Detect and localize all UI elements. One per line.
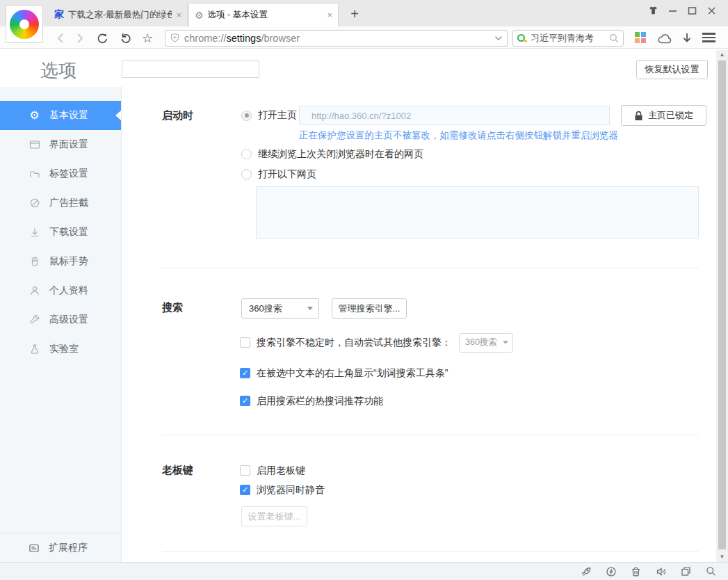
scrollbar-thumb[interactable] bbox=[718, 61, 726, 549]
search-page-icon[interactable] bbox=[705, 565, 717, 577]
gear-icon: ⚙ bbox=[29, 110, 40, 122]
speed-mode-icon[interactable] bbox=[605, 565, 617, 577]
tab-close-icon[interactable]: × bbox=[176, 10, 181, 20]
default-engine-select[interactable]: 360搜索 bbox=[241, 298, 319, 319]
chevron-down-icon[interactable] bbox=[494, 35, 503, 41]
sidebar-item-ad-block[interactable]: 广告拦截 bbox=[0, 188, 121, 218]
checkbox-label: 搜索引擎不稳定时，自动尝试其他搜索引擎： bbox=[257, 337, 451, 349]
close-button[interactable] bbox=[702, 3, 721, 17]
sidebar-item-label: 扩展程序 bbox=[49, 542, 88, 554]
radio-label: 打开以下网页 bbox=[258, 168, 316, 181]
undo-reopen-icon[interactable] bbox=[118, 31, 133, 45]
sidebar-item-label: 下载设置 bbox=[49, 226, 88, 239]
startup-pages-textarea[interactable] bbox=[256, 186, 699, 239]
download-manager-icon[interactable] bbox=[679, 31, 695, 45]
tab-title: 下载之家-最新最热门的绿色... bbox=[68, 9, 172, 21]
forward-button[interactable] bbox=[72, 31, 88, 45]
browser-logo bbox=[6, 5, 43, 43]
radio-open-pages[interactable]: 打开以下网页 bbox=[241, 168, 316, 180]
sidebar-item-label: 基本设置 bbox=[49, 109, 88, 122]
pinwheel-logo-icon bbox=[10, 10, 39, 39]
sidebar-item-label: 高级设置 bbox=[49, 314, 88, 326]
checkbox-selection-toolbar[interactable]: ✓ bbox=[240, 368, 250, 378]
radio-icon[interactable] bbox=[241, 169, 252, 179]
sidebar-item-label: 个人资料 bbox=[49, 284, 88, 297]
360-search-logo-icon bbox=[517, 33, 527, 43]
status-bar bbox=[0, 562, 728, 580]
search-query-text[interactable]: 习近平到青海考 bbox=[531, 32, 609, 45]
maximize-button[interactable] bbox=[682, 3, 702, 17]
sidebar-item-download-settings[interactable]: 下载设置 bbox=[0, 218, 121, 247]
trash-icon[interactable] bbox=[630, 565, 642, 577]
skin-theme-icon[interactable] bbox=[643, 3, 663, 17]
homepage-url-input[interactable] bbox=[299, 106, 610, 125]
fallback-engine-row: 搜索引擎不稳定时，自动尝试其他搜索引擎： 360搜索 bbox=[240, 332, 513, 353]
restore-defaults-button[interactable]: 恢复默认设置 bbox=[636, 60, 708, 79]
sidebar-item-basic-settings[interactable]: ⚙ 基本设置 bbox=[0, 101, 121, 130]
sidebar-item-extensions[interactable]: 扩展程序 bbox=[0, 533, 122, 562]
checkbox-hot-words[interactable]: ✓ bbox=[240, 396, 250, 406]
gear-icon: ⚙ bbox=[195, 10, 204, 20]
radio-label: 打开主页 bbox=[258, 109, 297, 122]
back-button[interactable] bbox=[53, 31, 68, 45]
sidebar-item-interface-settings[interactable]: 界面设置 bbox=[0, 130, 121, 159]
mute-browser-row: ✓ 浏览器同时静音 bbox=[240, 484, 325, 496]
fallback-engine-select[interactable]: 360搜索 bbox=[459, 333, 513, 353]
radio-open-homepage[interactable]: 打开主页 bbox=[241, 105, 297, 126]
checkbox-fallback-engine[interactable] bbox=[240, 337, 250, 348]
download-icon bbox=[29, 227, 40, 239]
person-icon bbox=[29, 285, 40, 297]
bookmark-star-icon[interactable]: ☆ bbox=[140, 31, 155, 45]
sidebar-item-advanced-settings[interactable]: 高级设置 bbox=[0, 305, 121, 335]
tab-download-home[interactable]: 家 下载之家-最新最热门的绿色... × bbox=[49, 3, 188, 26]
minimize-button[interactable] bbox=[663, 3, 682, 17]
checkbox-enable-bosskey[interactable] bbox=[240, 465, 250, 476]
startup-section-label: 启动时 bbox=[162, 109, 193, 122]
window-restore-icon[interactable] bbox=[680, 565, 692, 577]
divider bbox=[162, 551, 699, 552]
selected-engine-value: 360搜索 bbox=[465, 337, 497, 348]
homepage-protect-notice: 正在保护您设置的主页不被篡改，如需修改请点击右侧按钮解锁并重启浏览器 bbox=[299, 129, 618, 142]
booster-rocket-icon[interactable] bbox=[580, 565, 592, 577]
search-box[interactable]: 习近平到青海考 bbox=[512, 30, 624, 47]
block-icon bbox=[29, 198, 40, 209]
wrench-icon bbox=[29, 314, 40, 326]
extension-icon bbox=[29, 542, 40, 554]
main-menu-icon[interactable] bbox=[702, 33, 715, 42]
sidebar-item-labs[interactable]: 实验室 bbox=[0, 335, 121, 364]
sidebar-item-tab-settings[interactable]: 标签设置 bbox=[0, 159, 121, 188]
search-section-label: 搜索 bbox=[162, 301, 183, 314]
window-icon bbox=[29, 139, 40, 151]
scroll-up-icon[interactable]: ▲ bbox=[716, 50, 728, 60]
set-bosskey-button[interactable]: 设置老板键... bbox=[241, 506, 307, 526]
selected-engine-value: 360搜索 bbox=[249, 303, 282, 315]
checkbox-label: 在被选中文本的右上角显示“划词搜索工具条” bbox=[257, 367, 448, 380]
sidebar-item-profile[interactable]: 个人资料 bbox=[0, 276, 121, 305]
speaker-icon[interactable] bbox=[655, 565, 667, 577]
search-icon[interactable] bbox=[609, 33, 619, 43]
settings-sidebar: ⚙ 基本设置 界面设置 标签设置 广告拦截 下载设置 bbox=[0, 87, 122, 562]
tab-icon bbox=[29, 168, 40, 180]
checkbox-label: 启用老板键 bbox=[257, 465, 305, 477]
settings-search-input[interactable] bbox=[122, 61, 259, 78]
new-tab-button[interactable]: + bbox=[346, 6, 364, 22]
page-scrollbar[interactable]: ▲ ▼ bbox=[716, 50, 728, 562]
radio-continue-last[interactable]: 继续浏览上次关闭浏览器时在看的网页 bbox=[241, 148, 423, 160]
app-grid-icon[interactable] bbox=[635, 32, 646, 43]
mouse-icon bbox=[29, 256, 40, 268]
homepage-locked-button[interactable]: 主页已锁定 bbox=[621, 105, 706, 126]
manage-engines-button[interactable]: 管理搜索引擎... bbox=[332, 298, 407, 319]
refresh-icon[interactable] bbox=[95, 31, 110, 45]
flask-icon bbox=[29, 344, 40, 355]
cloud-sync-icon[interactable] bbox=[656, 32, 674, 46]
chevron-down-icon bbox=[307, 307, 313, 310]
checkbox-mute-browser[interactable]: ✓ bbox=[240, 485, 250, 495]
sidebar-item-mouse-gestures[interactable]: 鼠标手势 bbox=[0, 247, 121, 276]
radio-selected-icon[interactable] bbox=[241, 111, 252, 121]
radio-icon[interactable] bbox=[241, 149, 252, 159]
tab-settings[interactable]: ⚙ 选项 - 基本设置 × bbox=[188, 3, 339, 26]
address-bar[interactable]: chrome://settings/browser bbox=[165, 30, 508, 47]
tab-close-icon[interactable]: × bbox=[327, 10, 332, 20]
scroll-down-icon[interactable]: ▼ bbox=[716, 552, 728, 562]
site-shield-icon[interactable] bbox=[170, 33, 180, 44]
